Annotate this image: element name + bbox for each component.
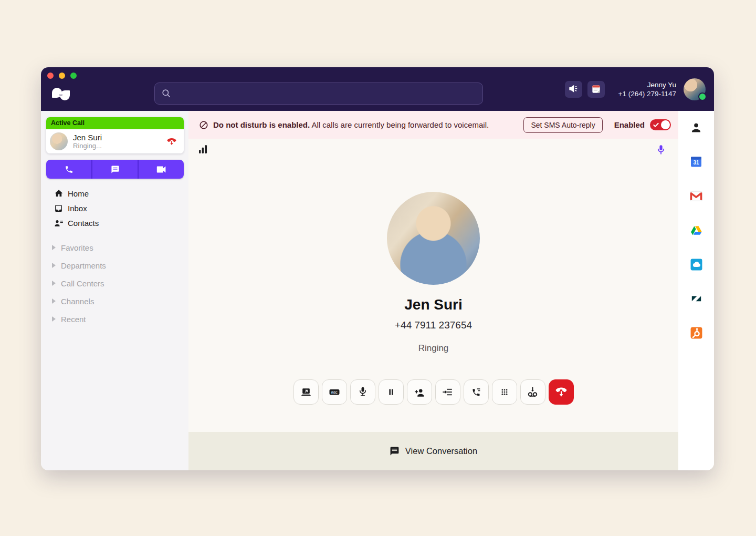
section-label: Favorites — [61, 243, 93, 252]
search-bar — [154, 83, 483, 105]
call-stage: Jen Suri +44 7911 237654 Ringing — [188, 139, 678, 432]
dnd-message-rest: All calls are currently being forwarded … — [312, 120, 489, 129]
pause-icon — [386, 387, 396, 397]
chevron-right-icon — [52, 263, 56, 268]
dialpad-button[interactable] — [492, 379, 517, 405]
message-button[interactable] — [91, 160, 138, 179]
zendesk-icon — [690, 293, 703, 304]
mute-button[interactable] — [350, 379, 375, 405]
search-icon — [161, 88, 172, 99]
section-channels[interactable]: Channels — [41, 292, 188, 310]
salesforce-icon — [690, 258, 703, 271]
user-avatar[interactable] — [684, 78, 706, 100]
zendesk-button[interactable] — [689, 292, 704, 305]
call-controls: REC — [188, 379, 678, 405]
check-icon — [653, 122, 659, 128]
home-icon — [54, 189, 64, 198]
active-call-info: Jen Suri Ringing... — [73, 133, 166, 150]
user-name: Jenny Yu — [618, 80, 676, 89]
record-icon: REC — [328, 387, 341, 397]
hubspot-button[interactable] — [689, 326, 704, 339]
main-panel: Do not disturb is enabled. All calls are… — [188, 111, 678, 470]
call-button[interactable] — [46, 160, 91, 179]
share-screen-icon — [300, 387, 312, 397]
google-drive-button[interactable] — [689, 223, 704, 237]
search-input[interactable] — [176, 89, 476, 99]
chevron-right-icon — [52, 298, 56, 304]
section-label: Departments — [61, 261, 106, 270]
sidebar-item-label: Inbox — [68, 204, 87, 213]
section-label: Recent — [61, 315, 86, 324]
videocam-icon — [156, 166, 166, 173]
call-status: Ringing — [418, 343, 449, 354]
app-window: Jenny Yu +1 (264) 279-1147 Active Call J… — [41, 67, 714, 470]
add-person-icon — [414, 387, 425, 397]
active-call-contact-name: Jen Suri — [73, 133, 166, 142]
view-conversation-label: View Conversation — [405, 446, 477, 456]
chat-icon — [111, 165, 120, 174]
contacts-icon — [54, 218, 64, 228]
send-to-voicemail-button[interactable] — [520, 379, 545, 405]
notes-button[interactable] — [587, 81, 605, 98]
salesforce-button[interactable] — [689, 257, 704, 271]
microphone-indicator-icon[interactable] — [656, 144, 666, 157]
section-label: Channels — [61, 297, 94, 306]
sidebar-item-inbox[interactable]: Inbox — [41, 201, 188, 215]
megaphone-icon — [569, 85, 579, 94]
sidebar-item-home[interactable]: Home — [41, 186, 188, 201]
share-screen-button[interactable] — [293, 379, 319, 405]
topbar: Jenny Yu +1 (264) 279-1147 — [41, 67, 714, 111]
caller-number: +44 7911 237654 — [395, 319, 472, 331]
dnd-banner: Do not disturb is enabled. All calls are… — [188, 111, 678, 139]
svg-text:REC: REC — [331, 391, 338, 394]
minimize-window-button[interactable] — [59, 73, 65, 79]
close-window-button[interactable] — [47, 73, 54, 79]
gmail-icon — [689, 191, 703, 202]
contact-icon — [690, 121, 702, 134]
primary-nav: Home Inbox — [41, 186, 188, 230]
hang-up-icon[interactable] — [166, 137, 177, 147]
record-button[interactable]: REC — [322, 379, 347, 405]
add-caller-button[interactable] — [407, 379, 432, 405]
view-conversation-bar[interactable]: View Conversation — [188, 432, 678, 470]
set-sms-autoreply-button[interactable]: Set SMS Auto-reply — [523, 117, 602, 133]
do-not-disturb-icon — [199, 120, 208, 130]
section-recent[interactable]: Recent — [41, 310, 188, 328]
mute-mic-icon — [358, 386, 368, 398]
phone-transfer-icon — [470, 387, 481, 397]
signal-strength-icon — [199, 144, 208, 154]
broadcast-button[interactable] — [565, 81, 582, 98]
section-call-centers[interactable]: Call Centers — [41, 274, 188, 292]
active-call-card[interactable]: Jen Suri Ringing... — [46, 129, 184, 153]
sidebar: Active Call Jen Suri Ringing... — [41, 111, 188, 470]
video-button[interactable] — [138, 160, 184, 179]
active-call-header: Active Call — [46, 117, 184, 129]
chevron-right-icon — [52, 316, 56, 322]
contact-integration-button[interactable] — [689, 121, 704, 135]
inbox-icon — [54, 203, 64, 213]
active-call-widget: Active Call Jen Suri Ringing... — [46, 117, 184, 153]
topbar-right: Jenny Yu +1 (264) 279-1147 — [565, 67, 706, 111]
dnd-message: Do not disturb is enabled. All calls are… — [213, 120, 489, 129]
google-drive-icon — [690, 224, 703, 236]
notes-icon — [591, 84, 601, 94]
google-calendar-button[interactable]: 31 — [689, 155, 704, 169]
section-departments[interactable]: Departments — [41, 256, 188, 274]
dnd-toggle[interactable] — [650, 119, 671, 130]
caller-photo — [387, 192, 480, 285]
sidebar-item-contacts[interactable]: Contacts — [41, 215, 188, 230]
section-favorites[interactable]: Favorites — [41, 239, 188, 256]
call-transfer-button[interactable] — [464, 379, 489, 405]
caller-name: Jen Suri — [404, 296, 462, 313]
transfer-to-button[interactable] — [435, 379, 460, 405]
gmail-button[interactable] — [689, 189, 704, 203]
chevron-right-icon — [52, 281, 56, 286]
dnd-toggle-label: Enabled — [614, 120, 645, 129]
google-calendar-icon: 31 — [690, 156, 702, 168]
hang-up-button[interactable] — [549, 379, 574, 405]
zoom-window-button[interactable] — [70, 73, 77, 79]
presence-dot — [698, 92, 707, 101]
active-call-status: Ringing... — [73, 142, 166, 150]
quick-actions — [46, 160, 184, 179]
hold-button[interactable] — [379, 379, 404, 405]
